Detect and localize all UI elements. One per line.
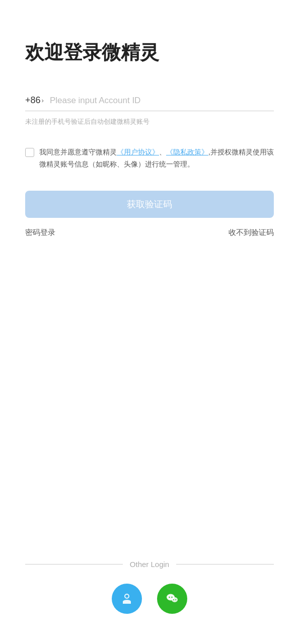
- other-login-label: Other Login: [130, 560, 169, 569]
- get-code-button[interactable]: 获取验证码: [25, 191, 274, 218]
- no-code-link[interactable]: 收不到验证码: [229, 228, 274, 237]
- country-code-selector[interactable]: +86 ›: [25, 95, 44, 106]
- account-input[interactable]: [50, 96, 274, 106]
- svg-point-3: [172, 597, 178, 602]
- svg-point-1: [125, 595, 128, 598]
- password-login-link[interactable]: 密码登录: [25, 228, 55, 237]
- wechat-icon: [164, 591, 180, 607]
- svg-point-6: [173, 599, 174, 600]
- hand-icon: [119, 591, 135, 607]
- bottom-links: 密码登录 收不到验证码: [25, 228, 274, 237]
- page-title: 欢迎登录微精灵: [25, 40, 274, 65]
- login-icons-row: [112, 584, 187, 614]
- phone-hint: 未注册的手机号验证后自动创建微精灵账号: [25, 117, 274, 126]
- phone-input-row: +86 ›: [25, 95, 274, 111]
- agreement-text: 我同意并愿意遵守微精灵《用户协议》、《隐私政策》,并授权微精灵使用该微精灵账号信…: [39, 146, 274, 171]
- svg-point-7: [175, 599, 176, 600]
- agreement-prefix: 我同意并愿意遵守微精灵: [39, 148, 117, 156]
- country-code-value: +86: [25, 95, 41, 106]
- title-section: 欢迎登录微精灵: [25, 40, 274, 65]
- page-container: 欢迎登录微精灵 +86 › 未注册的手机号验证后自动创建微精灵账号 我同意并愿意…: [0, 0, 299, 644]
- agreement-checkbox-wrapper[interactable]: [25, 148, 34, 159]
- spacer: [25, 237, 274, 560]
- divider-line-right: [176, 564, 274, 565]
- privacy-policy-link[interactable]: 《隐私政策》: [166, 148, 208, 156]
- user-agreement-link[interactable]: 《用户协议》: [117, 148, 159, 156]
- agreement-separator: 、: [159, 148, 166, 156]
- divider-line-left: [25, 564, 123, 565]
- chevron-icon: ›: [42, 97, 44, 104]
- svg-point-5: [171, 597, 172, 598]
- other-login-divider: Other Login: [25, 560, 274, 569]
- svg-point-4: [169, 597, 170, 598]
- other-login-section: Other Login: [25, 560, 274, 644]
- agreement-section: 我同意并愿意遵守微精灵《用户协议》、《隐私政策》,并授权微精灵使用该微精灵账号信…: [25, 146, 274, 171]
- wechat-login-button[interactable]: [157, 584, 187, 614]
- agreement-checkbox[interactable]: [25, 148, 34, 157]
- qq-login-button[interactable]: [112, 584, 142, 614]
